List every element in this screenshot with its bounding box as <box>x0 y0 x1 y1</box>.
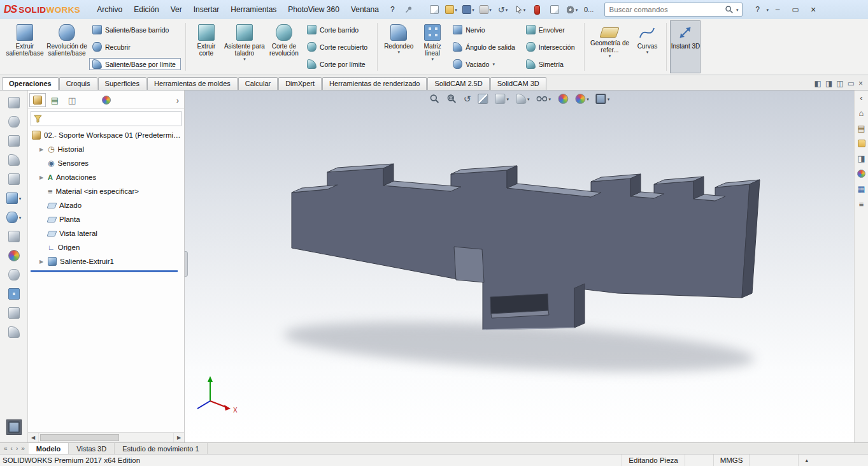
swept-boss-button[interactable]: Saliente/Base barrido <box>89 24 181 36</box>
left-toolbar-button[interactable] <box>8 135 20 147</box>
status-caret-icon[interactable]: ▴ <box>798 455 815 466</box>
pane-split-right-button[interactable]: ◨ <box>825 79 832 88</box>
tree-filter-input[interactable] <box>45 114 178 123</box>
left-toolbar-active-button[interactable] <box>6 419 22 435</box>
tab-herramientas-moldes[interactable]: Herramientas de moldes <box>147 77 238 90</box>
file-properties-button[interactable] <box>547 3 562 17</box>
revolve-boss-button[interactable]: Revolución de saliente/base <box>46 20 88 73</box>
expand-arrow-icon[interactable]: ▶ <box>38 147 45 152</box>
home-icon[interactable]: ⌂ <box>859 109 864 117</box>
tree-item-historial[interactable]: ▶ ◷ Historial <box>28 142 184 156</box>
tab-dimxpert[interactable]: DimXpert <box>278 77 322 90</box>
file-explorer-icon[interactable] <box>858 140 865 147</box>
tab-feature-tree[interactable] <box>29 93 46 107</box>
tree-item-alzado[interactable]: Alzado <box>28 198 184 212</box>
print-caret-icon[interactable]: ▾ <box>489 8 492 12</box>
fillet-caret-icon[interactable]: ▾ <box>397 50 400 54</box>
lofted-cut-button[interactable]: Corte recubierto <box>304 41 373 53</box>
reference-geometry-button[interactable]: Geometría de refer... ▾ <box>588 20 631 73</box>
tab-configuration-manager[interactable]: ◫ <box>64 93 80 107</box>
tab-solidcam-25d[interactable]: SolidCAM 2.5D <box>427 77 489 90</box>
search-icon[interactable] <box>725 5 734 14</box>
tab-modelo[interactable]: Modelo <box>29 443 69 454</box>
menu-ventana[interactable]: Ventana <box>346 3 384 17</box>
tree-root-item[interactable]: 02.- Soporte Workspace 01 (Predetermina.… <box>28 128 184 142</box>
menu-archivo[interactable]: Archivo <box>92 3 127 17</box>
left-toolbar-button[interactable] <box>8 116 20 127</box>
instant-3d-button[interactable]: Instant 3D <box>670 20 701 73</box>
fillet-button[interactable]: Redondeo ▾ <box>381 20 416 73</box>
tree-item-planta[interactable]: Planta <box>28 212 184 226</box>
panel-expand-arrow-icon[interactable]: › <box>173 96 183 105</box>
first-tab-button[interactable]: « <box>4 445 8 452</box>
loft-boss-button[interactable]: Recubrir <box>89 41 181 53</box>
tree-item-sensores[interactable]: ◉ Sensores <box>28 156 184 170</box>
tree-item-material[interactable]: ≡ Material <sin especificar> <box>28 184 184 198</box>
scenes-icon[interactable]: ▦ <box>857 185 865 193</box>
appearances-icon[interactable] <box>857 170 865 178</box>
menu-edicion[interactable]: Edición <box>129 3 164 17</box>
pane-split-both-button[interactable]: ◫ <box>836 79 843 88</box>
toolbar-overflow-button[interactable]: 0... <box>581 3 597 17</box>
menu-herramientas[interactable]: Herramientas <box>225 3 281 17</box>
intersect-button[interactable]: Intersección <box>523 41 580 53</box>
select-caret-icon[interactable]: ▾ <box>523 8 526 12</box>
taskpane-expand-chevron-icon[interactable]: ‹ <box>860 94 862 102</box>
units-selector[interactable]: MMGS <box>713 455 750 466</box>
help-button[interactable]: ? <box>749 3 767 17</box>
pane-float-button[interactable]: ▭ <box>848 79 855 88</box>
select-tool-button[interactable]: ▾ <box>513 3 528 17</box>
linear-pattern-button[interactable]: Matriz lineal ▾ <box>416 20 448 73</box>
left-toolbar-button[interactable] <box>8 97 20 108</box>
search-caret-icon[interactable]: ▾ <box>736 8 739 12</box>
view-palette-icon[interactable]: ◨ <box>857 154 865 163</box>
model-canvas[interactable]: X <box>185 91 854 442</box>
shell-button[interactable]: Vaciado ▾ <box>450 58 520 70</box>
options-button[interactable]: ▾ <box>564 3 580 17</box>
print-button[interactable]: ▾ <box>478 3 494 17</box>
mirror-button[interactable]: Simetría <box>523 58 580 70</box>
hole-wizard-button[interactable]: Asistente para taladro ▾ <box>224 20 266 73</box>
open-document-button[interactable]: ▾ <box>444 3 459 17</box>
rollback-bar[interactable] <box>31 270 178 272</box>
left-toolbar-button[interactable]: ▾ <box>6 193 22 204</box>
undo-caret-icon[interactable]: ▾ <box>506 8 508 12</box>
left-toolbar-button[interactable] <box>8 154 20 166</box>
minimize-button[interactable]: – <box>769 3 786 17</box>
tree-item-origen[interactable]: ∟ Origen <box>28 240 184 254</box>
curves-caret-icon[interactable]: ▾ <box>646 50 649 54</box>
part-3d-model[interactable] <box>292 164 760 330</box>
menu-ayuda[interactable]: ? <box>385 3 400 17</box>
new-document-button[interactable] <box>427 3 442 17</box>
left-toolbar-button[interactable] <box>8 231 20 242</box>
tree-item-saliente-extruir1[interactable]: ▶ Saliente-Extruir1 <box>28 254 184 268</box>
rib-button[interactable]: Nervio <box>450 24 520 36</box>
scroll-left-icon[interactable]: ◀ <box>28 433 39 442</box>
menu-ver[interactable]: Ver <box>166 3 187 17</box>
boundary-cut-button[interactable]: Corte por límite <box>304 58 373 70</box>
left-toolbar-button[interactable]: ▾ <box>6 212 22 223</box>
scrollbar-thumb[interactable] <box>40 434 119 441</box>
tab-solidcam-3d[interactable]: SolidCAM 3D <box>490 77 546 90</box>
tree-horizontal-scrollbar[interactable]: ◀ ▶ <box>28 432 184 442</box>
revolved-cut-button[interactable]: Corte de revolución <box>266 20 302 73</box>
tab-calcular[interactable]: Calcular <box>238 77 278 90</box>
tab-estudio-movimiento[interactable]: Estudio de movimiento 1 <box>115 443 207 454</box>
tool-caret-icon[interactable]: ▾ <box>19 215 22 220</box>
custom-properties-icon[interactable]: ≡ <box>859 200 864 208</box>
left-toolbar-button[interactable] <box>8 307 20 319</box>
pin-menu-icon[interactable] <box>401 3 416 17</box>
restore-button[interactable]: ▭ <box>786 3 804 17</box>
swept-cut-button[interactable]: Corte barrido <box>304 24 373 36</box>
linear-pattern-caret-icon[interactable]: ▾ <box>431 57 434 61</box>
pane-split-left-button[interactable]: ◧ <box>815 79 822 88</box>
last-tab-button[interactable]: » <box>21 445 25 452</box>
tree-item-vista-lateral[interactable]: Vista lateral <box>28 226 184 240</box>
tool-caret-icon[interactable]: ▾ <box>19 196 22 201</box>
left-toolbar-button[interactable] <box>8 173 20 185</box>
design-library-icon[interactable]: ▤ <box>857 124 865 133</box>
tab-dimxpert-manager[interactable] <box>81 93 97 107</box>
save-button[interactable]: ▾ <box>461 3 476 17</box>
reference-geometry-caret-icon[interactable]: ▾ <box>609 54 611 58</box>
extrude-boss-button[interactable]: Extruir saliente/base <box>4 20 46 73</box>
